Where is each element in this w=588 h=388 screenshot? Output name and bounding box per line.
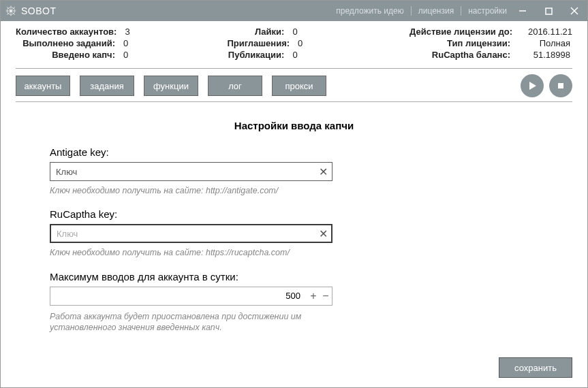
antigate-input[interactable]	[50, 162, 332, 181]
svg-marker-14	[529, 82, 536, 90]
stat-likes-label: Лайки:	[227, 27, 292, 37]
stat-pubs-value: 0	[292, 50, 320, 60]
svg-rect-15	[558, 83, 563, 88]
stat-invites-value: 0	[298, 38, 325, 48]
app-title: SOBOT	[21, 5, 57, 16]
stat-captcha-label: Введено капч:	[16, 50, 123, 60]
header-links: предложить идею лицензия настройки	[333, 6, 510, 16]
footer: сохранить	[1, 349, 587, 387]
tab-accounts[interactable]: аккаунты	[16, 76, 70, 96]
minimize-button[interactable]	[510, 1, 536, 21]
stat-invites-label: Приглашения:	[227, 38, 298, 48]
max-inputs-stepper: + −	[50, 287, 332, 306]
toolbar: аккаунты задания функции лог прокси	[16, 74, 572, 97]
toolbar-divider-bottom	[16, 101, 572, 102]
stat-license-until-value: 2016.11.21	[521, 27, 572, 37]
rucaptcha-input-wrap: ✕	[50, 224, 332, 243]
rucaptcha-label: RuCaptha key:	[50, 208, 336, 220]
tab-proxy[interactable]: прокси	[272, 76, 326, 96]
toolbar-divider-top	[16, 68, 572, 69]
titlebar: SOBOT предложить идею лицензия настройки	[1, 1, 587, 21]
stat-license-type-label: Тип лицензии:	[409, 38, 519, 48]
stepper-plus-icon[interactable]: +	[307, 287, 320, 306]
tab-tasks[interactable]: задания	[80, 76, 134, 96]
link-license[interactable]: лицензия	[416, 6, 457, 16]
stat-license-type-value: Полная	[519, 38, 570, 48]
antigate-label: Antigate key:	[50, 146, 336, 158]
antigate-input-wrap: ✕	[50, 162, 332, 181]
rucaptcha-input[interactable]	[50, 224, 332, 243]
antigate-clear-icon[interactable]: ✕	[316, 165, 330, 178]
stat-license-until-label: Действие лицензии до:	[409, 27, 521, 37]
stepper-minus-icon[interactable]: −	[320, 287, 332, 306]
antigate-hint: Ключ необходимо получить на сайте: http:…	[50, 185, 336, 196]
max-inputs-hint: Работа аккаунта будет приостановлена при…	[50, 311, 336, 334]
page-title: Настройки ввода капчи	[18, 120, 570, 131]
tab-log[interactable]: лог	[208, 76, 262, 96]
close-button[interactable]	[561, 1, 587, 21]
rucaptcha-clear-icon[interactable]: ✕	[316, 227, 330, 240]
max-inputs-input[interactable]	[50, 290, 307, 302]
rucaptcha-hint: Ключ необходимо получить на сайте: https…	[50, 247, 336, 258]
stats-bar: Количество аккаунтов:3 Выполнено заданий…	[1, 21, 587, 64]
stat-pubs-label: Публикации:	[227, 50, 292, 60]
link-suggest-idea[interactable]: предложить идею	[333, 6, 406, 16]
max-inputs-label: Максимум вводов для аккаунта в сутки:	[50, 271, 336, 282]
stat-tasks-value: 0	[123, 38, 151, 48]
stat-captcha-value: 0	[123, 50, 151, 60]
svg-rect-11	[546, 8, 552, 14]
stat-rucaptcha-balance-label: RuCaptha баланс:	[409, 50, 519, 60]
save-button[interactable]: сохранить	[499, 357, 572, 378]
maximize-button[interactable]	[536, 1, 561, 21]
stat-likes-value: 0	[292, 27, 320, 37]
tab-functions[interactable]: функции	[144, 76, 198, 96]
app-icon	[5, 5, 17, 17]
stat-rucaptcha-balance-value: 51.18998	[519, 50, 570, 60]
stat-accounts-value: 3	[125, 27, 152, 37]
stat-tasks-label: Выполнено заданий:	[16, 38, 123, 48]
tab-bar: аккаунты задания функции лог прокси	[16, 76, 326, 96]
link-settings[interactable]: настройки	[465, 6, 510, 16]
stat-accounts-label: Количество аккаунтов:	[16, 27, 125, 37]
content-area: Настройки ввода капчи Antigate key: ✕ Кл…	[1, 108, 587, 349]
stop-button[interactable]	[549, 74, 572, 97]
play-button[interactable]	[521, 74, 544, 97]
